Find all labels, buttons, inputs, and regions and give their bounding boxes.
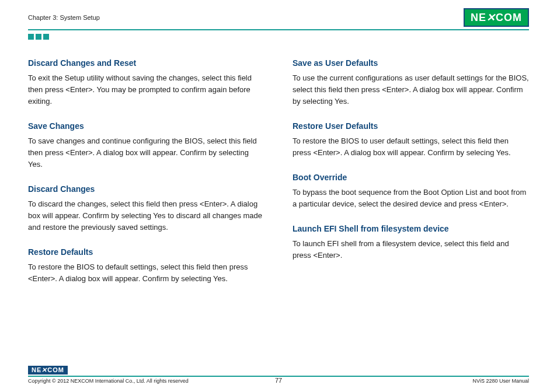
section-body: To exit the Setup utility without saving… bbox=[28, 72, 264, 107]
section-heading: Launch EFI Shell from filesystem device bbox=[293, 223, 529, 236]
section-heading: Restore User Defaults bbox=[293, 120, 529, 133]
page-header: Chapter 3: System Setup NE✕COM bbox=[28, 8, 529, 30]
section-discard-changes: Discard Changes To discard the changes, … bbox=[28, 183, 264, 233]
section-heading: Boot Override bbox=[293, 172, 529, 184]
section-body: To use the current configurations as use… bbox=[293, 72, 529, 107]
page-number: 77 bbox=[275, 377, 282, 384]
section-body: To restore the BIOS to default settings,… bbox=[28, 261, 264, 285]
manual-title: NViS 2280 User Manual bbox=[473, 378, 529, 384]
section-save-as-user-defaults: Save as User Defaults To use the current… bbox=[293, 57, 529, 107]
section-heading: Save as User Defaults bbox=[293, 57, 529, 70]
section-restore-defaults: Restore Defaults To restore the BIOS to … bbox=[28, 246, 264, 285]
section-body: To launch EFI shell from a filesystem de… bbox=[293, 238, 529, 261]
section-boot-override: Boot Override To bypass the boot sequenc… bbox=[293, 172, 529, 210]
nexcom-logo-bottom: NE✕COM bbox=[28, 366, 68, 374]
section-heading: Discard Changes bbox=[28, 183, 264, 196]
right-column: Save as User Defaults To use the current… bbox=[293, 57, 529, 298]
decorative-squares bbox=[28, 34, 529, 40]
section-body: To restore the BIOS to user default sett… bbox=[293, 135, 529, 159]
section-body: To save changes and continue configuring… bbox=[28, 135, 264, 170]
section-heading: Restore Defaults bbox=[28, 246, 264, 259]
section-heading: Save Changes bbox=[28, 120, 264, 133]
section-body: To bypass the boot sequence from the Boo… bbox=[293, 187, 529, 210]
copyright-text: Copyright © 2012 NEXCOM International Co… bbox=[28, 378, 189, 384]
section-discard-changes-and-reset: Discard Changes and Reset To exit the Se… bbox=[28, 57, 264, 107]
section-body: To discard the changes, select this fiel… bbox=[28, 198, 264, 233]
chapter-label: Chapter 3: System Setup bbox=[28, 14, 100, 21]
section-save-changes: Save Changes To save changes and continu… bbox=[28, 120, 264, 170]
section-heading: Discard Changes and Reset bbox=[28, 57, 264, 70]
page-footer: NE✕COM Copyright © 2012 NEXCOM Internati… bbox=[28, 364, 529, 384]
content-columns: Discard Changes and Reset To exit the Se… bbox=[28, 57, 529, 298]
left-column: Discard Changes and Reset To exit the Se… bbox=[28, 57, 264, 298]
section-launch-efi-shell: Launch EFI Shell from filesystem device … bbox=[293, 223, 529, 261]
section-restore-user-defaults: Restore User Defaults To restore the BIO… bbox=[293, 120, 529, 159]
nexcom-logo-top: NE✕COM bbox=[464, 8, 529, 27]
